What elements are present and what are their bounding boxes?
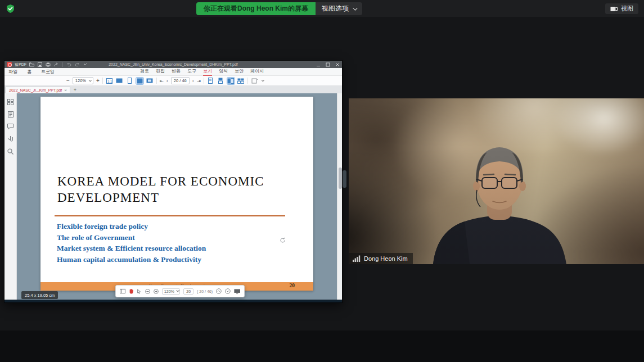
minimize-button[interactable]: [316, 62, 321, 67]
float-zoom-combo[interactable]: 120%: [162, 288, 180, 295]
save-icon[interactable]: [38, 62, 42, 67]
menu-tools[interactable]: 도구: [187, 67, 196, 76]
maximize-button[interactable]: [326, 62, 330, 67]
menu-edit[interactable]: 편집: [156, 67, 165, 76]
fit-width-button[interactable]: [116, 78, 123, 84]
new-tab-button[interactable]: +: [74, 87, 76, 93]
fit-height-button[interactable]: [126, 78, 133, 84]
search-panel-icon[interactable]: [7, 148, 13, 155]
app-name: 알PDF: [15, 62, 26, 67]
slide-bullet: Market system & Efficient resource alloc…: [57, 243, 293, 254]
floating-page-toolbar: 120% 20 ( 20 / 46): [115, 285, 245, 297]
zoom-meeting-screen: 你正在观看Dong Heon Kim的屏幕 视图选项 视图 알PDF: [0, 0, 644, 362]
comments-panel-icon[interactable]: [7, 124, 13, 129]
hand-pan-tool-icon[interactable]: [129, 288, 133, 295]
watching-banner-text: 你正在观看Dong Heon Kim的屏幕: [196, 2, 316, 15]
print-icon[interactable]: [46, 62, 51, 67]
qat-caret-icon[interactable]: [83, 63, 87, 66]
last-page-button[interactable]: ⇥: [197, 78, 201, 84]
bookmarks-panel-icon[interactable]: [8, 111, 13, 117]
chevron-down-icon: [89, 78, 92, 82]
security-shield-icon[interactable]: [6, 4, 15, 13]
zoom-in-button[interactable]: +: [96, 78, 100, 84]
zoom-level-combo[interactable]: 120%: [73, 77, 93, 84]
zoom-out-button[interactable]: −: [66, 78, 70, 84]
document-tab-active[interactable]: 2022_NASC_Ji...Kim_PPT.pdf ×: [6, 87, 70, 93]
participant-video-tile[interactable]: Dong Heon Kim: [349, 98, 644, 264]
slide-bullet: Flexible foreign trade policy: [57, 221, 293, 232]
pdf-tabbar: 2022_NASC_Ji...Kim_PPT.pdf × +: [4, 86, 342, 93]
pdf-left-rail: [4, 93, 17, 302]
fit-page-button-selected[interactable]: [136, 78, 143, 84]
meeting-control-bar: 解除静音 开启视频 7: [0, 331, 644, 362]
continuous-layout-button[interactable]: [217, 78, 224, 84]
close-button[interactable]: [335, 62, 340, 67]
zoom-level-value: 120%: [75, 78, 86, 83]
toolbar-divider: [204, 78, 204, 84]
two-page-continuous-button[interactable]: [237, 78, 245, 84]
previous-page-circle-icon[interactable]: [216, 288, 222, 295]
next-page-circle-icon[interactable]: [225, 288, 231, 295]
view-button[interactable]: 视图: [605, 3, 638, 14]
share-icon[interactable]: [54, 62, 59, 67]
thumbnails-panel-icon[interactable]: [7, 99, 13, 105]
menu-review[interactable]: 검토: [140, 67, 149, 76]
page-size-tooltip: 25.4 x 19.05 cm: [21, 291, 58, 299]
redo-icon[interactable]: [75, 62, 80, 67]
chevron-down-icon[interactable]: [261, 78, 264, 82]
zoom-out-circle-icon[interactable]: [145, 288, 150, 295]
actual-size-button[interactable]: 1:1: [106, 78, 113, 84]
float-zoom-value: 120%: [164, 289, 174, 293]
rotate-view-button[interactable]: [251, 78, 258, 84]
menu-drawing[interactable]: 드로잉: [41, 67, 55, 76]
presentation-mode-icon[interactable]: [234, 288, 240, 295]
quick-access-toolbar: [29, 62, 87, 67]
single-page-layout-button[interactable]: [207, 78, 214, 84]
video-vignette: [349, 98, 644, 264]
menu-home[interactable]: 홈: [27, 67, 31, 76]
select-annotate-tool-icon[interactable]: [137, 288, 142, 295]
toolbar-divider: [247, 78, 248, 84]
menu-view-active[interactable]: 보기: [203, 67, 212, 76]
banner-label: 你正在观看Dong Heon Kim的屏幕: [204, 4, 308, 13]
share-region-scroll-handle[interactable]: [343, 170, 346, 188]
screen-share-banner: 你正在观看Dong Heon Kim的屏幕 视图选项: [196, 2, 362, 15]
previous-page-button[interactable]: ‹: [166, 78, 168, 84]
undo-icon[interactable]: [66, 62, 71, 67]
attachments-panel-icon[interactable]: [8, 135, 13, 142]
window-bottom-edge: [4, 300, 342, 302]
tab-label: 2022_NASC_Ji...Kim_PPT.pdf: [9, 88, 62, 92]
zoom-in-circle-icon[interactable]: [154, 288, 159, 295]
two-page-layout-button-selected[interactable]: [227, 78, 235, 84]
chevron-down-icon: [176, 289, 179, 292]
connection-signal-icon: [353, 255, 361, 262]
pdf-page-20: KOREA MODEL FOR ECONOMIC DEVELOPMENT Fle…: [40, 97, 313, 291]
menu-forms[interactable]: 양식: [219, 67, 228, 76]
first-page-button[interactable]: ⇤: [160, 78, 164, 84]
qat-divider: [62, 62, 63, 67]
slide-divider-rule: [55, 215, 285, 216]
svg-text:1:1: 1:1: [107, 79, 112, 83]
view-options-button[interactable]: 视图选项: [316, 2, 362, 15]
layout-view-icon: [610, 6, 618, 12]
slide-bullet: Human capital accumulation & Productivit…: [57, 254, 293, 265]
open-folder-icon[interactable]: [29, 62, 34, 67]
next-page-button[interactable]: ›: [192, 78, 194, 84]
full-screen-button[interactable]: [146, 78, 154, 84]
slide-bullet: The role of Government: [57, 232, 293, 243]
view-button-label: 视图: [621, 4, 633, 13]
tab-close-icon[interactable]: ×: [64, 88, 67, 93]
menu-security[interactable]: 보안: [235, 67, 244, 76]
scrollbar-thumb[interactable]: [339, 168, 342, 189]
menu-pages[interactable]: 페이지: [250, 67, 264, 76]
menu-file[interactable]: 파일: [8, 67, 17, 76]
sidebar-toggle-icon[interactable]: [120, 288, 125, 294]
document-canvas[interactable]: KOREA MODEL FOR ECONOMIC DEVELOPMENT Fle…: [17, 93, 337, 302]
page-number-box[interactable]: 20 / 46: [171, 77, 190, 84]
float-page-input[interactable]: 20: [183, 288, 193, 295]
chevron-down-icon: [353, 6, 357, 10]
busy-cursor-icon: [280, 237, 286, 243]
document-scrollbar[interactable]: [337, 93, 342, 302]
menu-convert[interactable]: 변환: [172, 67, 181, 76]
view-options-label: 视图选项: [322, 4, 349, 13]
